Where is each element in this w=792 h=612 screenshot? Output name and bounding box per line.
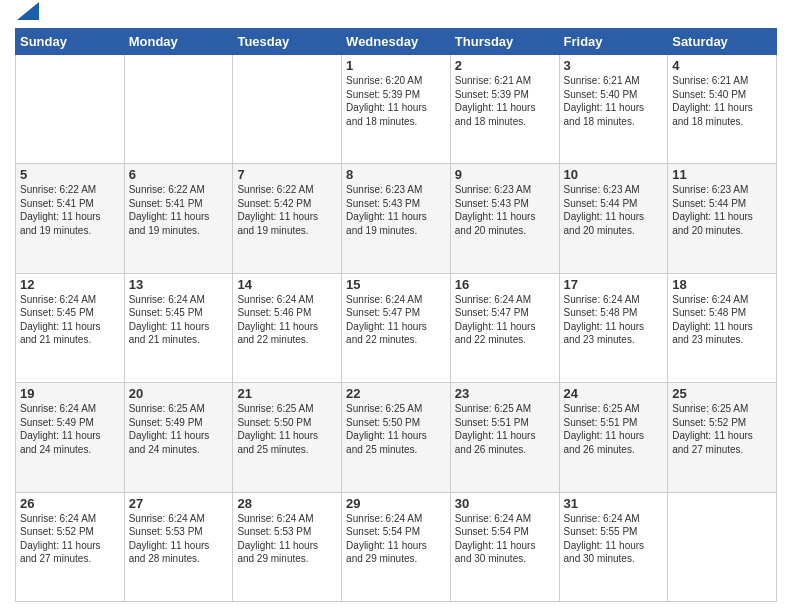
weekday-header-friday: Friday	[559, 29, 668, 55]
day-number: 17	[564, 277, 664, 292]
calendar-cell	[233, 55, 342, 164]
calendar-cell	[668, 492, 777, 601]
day-info: Sunrise: 6:24 AMSunset: 5:52 PMDaylight:…	[20, 512, 120, 566]
day-number: 24	[564, 386, 664, 401]
calendar-cell: 15Sunrise: 6:24 AMSunset: 5:47 PMDayligh…	[342, 273, 451, 382]
calendar-cell: 30Sunrise: 6:24 AMSunset: 5:54 PMDayligh…	[450, 492, 559, 601]
header	[15, 10, 777, 20]
calendar-cell: 17Sunrise: 6:24 AMSunset: 5:48 PMDayligh…	[559, 273, 668, 382]
day-number: 8	[346, 167, 446, 182]
day-info: Sunrise: 6:24 AMSunset: 5:47 PMDaylight:…	[346, 293, 446, 347]
day-number: 30	[455, 496, 555, 511]
calendar-cell: 16Sunrise: 6:24 AMSunset: 5:47 PMDayligh…	[450, 273, 559, 382]
day-info: Sunrise: 6:24 AMSunset: 5:54 PMDaylight:…	[455, 512, 555, 566]
day-info: Sunrise: 6:24 AMSunset: 5:48 PMDaylight:…	[564, 293, 664, 347]
day-number: 25	[672, 386, 772, 401]
calendar-cell: 20Sunrise: 6:25 AMSunset: 5:49 PMDayligh…	[124, 383, 233, 492]
calendar-cell: 2Sunrise: 6:21 AMSunset: 5:39 PMDaylight…	[450, 55, 559, 164]
day-info: Sunrise: 6:24 AMSunset: 5:53 PMDaylight:…	[129, 512, 229, 566]
day-number: 16	[455, 277, 555, 292]
weekday-header-row: SundayMondayTuesdayWednesdayThursdayFrid…	[16, 29, 777, 55]
day-number: 3	[564, 58, 664, 73]
day-number: 29	[346, 496, 446, 511]
calendar-cell: 18Sunrise: 6:24 AMSunset: 5:48 PMDayligh…	[668, 273, 777, 382]
day-number: 11	[672, 167, 772, 182]
day-number: 26	[20, 496, 120, 511]
day-info: Sunrise: 6:23 AMSunset: 5:44 PMDaylight:…	[564, 183, 664, 237]
day-info: Sunrise: 6:24 AMSunset: 5:49 PMDaylight:…	[20, 402, 120, 456]
day-number: 23	[455, 386, 555, 401]
logo	[15, 10, 39, 20]
day-info: Sunrise: 6:24 AMSunset: 5:45 PMDaylight:…	[20, 293, 120, 347]
week-row-1: 1Sunrise: 6:20 AMSunset: 5:39 PMDaylight…	[16, 55, 777, 164]
weekday-header-sunday: Sunday	[16, 29, 125, 55]
day-info: Sunrise: 6:21 AMSunset: 5:39 PMDaylight:…	[455, 74, 555, 128]
day-info: Sunrise: 6:22 AMSunset: 5:41 PMDaylight:…	[20, 183, 120, 237]
day-number: 12	[20, 277, 120, 292]
calendar-cell: 9Sunrise: 6:23 AMSunset: 5:43 PMDaylight…	[450, 164, 559, 273]
week-row-3: 12Sunrise: 6:24 AMSunset: 5:45 PMDayligh…	[16, 273, 777, 382]
calendar-cell: 10Sunrise: 6:23 AMSunset: 5:44 PMDayligh…	[559, 164, 668, 273]
calendar-cell: 6Sunrise: 6:22 AMSunset: 5:41 PMDaylight…	[124, 164, 233, 273]
calendar-cell: 1Sunrise: 6:20 AMSunset: 5:39 PMDaylight…	[342, 55, 451, 164]
calendar-cell: 13Sunrise: 6:24 AMSunset: 5:45 PMDayligh…	[124, 273, 233, 382]
day-info: Sunrise: 6:24 AMSunset: 5:55 PMDaylight:…	[564, 512, 664, 566]
calendar-cell: 11Sunrise: 6:23 AMSunset: 5:44 PMDayligh…	[668, 164, 777, 273]
day-number: 4	[672, 58, 772, 73]
day-number: 15	[346, 277, 446, 292]
calendar-cell: 25Sunrise: 6:25 AMSunset: 5:52 PMDayligh…	[668, 383, 777, 492]
week-row-4: 19Sunrise: 6:24 AMSunset: 5:49 PMDayligh…	[16, 383, 777, 492]
day-info: Sunrise: 6:21 AMSunset: 5:40 PMDaylight:…	[564, 74, 664, 128]
day-number: 14	[237, 277, 337, 292]
calendar: SundayMondayTuesdayWednesdayThursdayFrid…	[15, 28, 777, 602]
weekday-header-monday: Monday	[124, 29, 233, 55]
day-number: 19	[20, 386, 120, 401]
calendar-cell	[16, 55, 125, 164]
logo-icon	[17, 2, 39, 20]
calendar-cell: 31Sunrise: 6:24 AMSunset: 5:55 PMDayligh…	[559, 492, 668, 601]
day-info: Sunrise: 6:25 AMSunset: 5:51 PMDaylight:…	[564, 402, 664, 456]
calendar-cell: 3Sunrise: 6:21 AMSunset: 5:40 PMDaylight…	[559, 55, 668, 164]
day-number: 18	[672, 277, 772, 292]
calendar-cell: 26Sunrise: 6:24 AMSunset: 5:52 PMDayligh…	[16, 492, 125, 601]
day-info: Sunrise: 6:24 AMSunset: 5:45 PMDaylight:…	[129, 293, 229, 347]
day-info: Sunrise: 6:25 AMSunset: 5:50 PMDaylight:…	[237, 402, 337, 456]
day-info: Sunrise: 6:25 AMSunset: 5:51 PMDaylight:…	[455, 402, 555, 456]
day-number: 2	[455, 58, 555, 73]
day-info: Sunrise: 6:24 AMSunset: 5:47 PMDaylight:…	[455, 293, 555, 347]
day-number: 22	[346, 386, 446, 401]
day-info: Sunrise: 6:24 AMSunset: 5:46 PMDaylight:…	[237, 293, 337, 347]
calendar-cell: 8Sunrise: 6:23 AMSunset: 5:43 PMDaylight…	[342, 164, 451, 273]
day-number: 10	[564, 167, 664, 182]
day-number: 21	[237, 386, 337, 401]
week-row-5: 26Sunrise: 6:24 AMSunset: 5:52 PMDayligh…	[16, 492, 777, 601]
day-info: Sunrise: 6:21 AMSunset: 5:40 PMDaylight:…	[672, 74, 772, 128]
svg-marker-0	[17, 2, 39, 20]
logo-text	[15, 10, 39, 20]
day-number: 27	[129, 496, 229, 511]
day-number: 28	[237, 496, 337, 511]
day-number: 6	[129, 167, 229, 182]
day-info: Sunrise: 6:25 AMSunset: 5:50 PMDaylight:…	[346, 402, 446, 456]
calendar-cell	[124, 55, 233, 164]
calendar-cell: 4Sunrise: 6:21 AMSunset: 5:40 PMDaylight…	[668, 55, 777, 164]
calendar-cell: 27Sunrise: 6:24 AMSunset: 5:53 PMDayligh…	[124, 492, 233, 601]
day-info: Sunrise: 6:23 AMSunset: 5:44 PMDaylight:…	[672, 183, 772, 237]
day-number: 20	[129, 386, 229, 401]
day-info: Sunrise: 6:22 AMSunset: 5:41 PMDaylight:…	[129, 183, 229, 237]
calendar-cell: 28Sunrise: 6:24 AMSunset: 5:53 PMDayligh…	[233, 492, 342, 601]
day-info: Sunrise: 6:24 AMSunset: 5:54 PMDaylight:…	[346, 512, 446, 566]
day-info: Sunrise: 6:25 AMSunset: 5:49 PMDaylight:…	[129, 402, 229, 456]
day-number: 1	[346, 58, 446, 73]
calendar-cell: 24Sunrise: 6:25 AMSunset: 5:51 PMDayligh…	[559, 383, 668, 492]
calendar-cell: 12Sunrise: 6:24 AMSunset: 5:45 PMDayligh…	[16, 273, 125, 382]
week-row-2: 5Sunrise: 6:22 AMSunset: 5:41 PMDaylight…	[16, 164, 777, 273]
calendar-cell: 21Sunrise: 6:25 AMSunset: 5:50 PMDayligh…	[233, 383, 342, 492]
day-info: Sunrise: 6:23 AMSunset: 5:43 PMDaylight:…	[455, 183, 555, 237]
day-info: Sunrise: 6:24 AMSunset: 5:48 PMDaylight:…	[672, 293, 772, 347]
calendar-cell: 22Sunrise: 6:25 AMSunset: 5:50 PMDayligh…	[342, 383, 451, 492]
weekday-header-tuesday: Tuesday	[233, 29, 342, 55]
weekday-header-thursday: Thursday	[450, 29, 559, 55]
page: SundayMondayTuesdayWednesdayThursdayFrid…	[0, 0, 792, 612]
day-info: Sunrise: 6:23 AMSunset: 5:43 PMDaylight:…	[346, 183, 446, 237]
